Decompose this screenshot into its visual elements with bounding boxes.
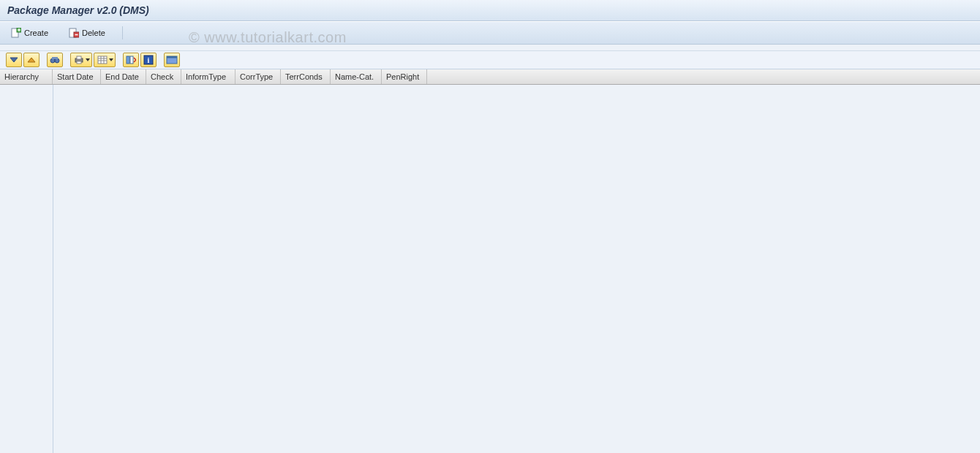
- col-hierarchy[interactable]: Hierarchy: [0, 69, 53, 84]
- binoculars-icon: [50, 55, 60, 65]
- col-end-date[interactable]: End Date: [101, 69, 146, 84]
- application-toolbar: Create Delete: [0, 21, 980, 45]
- alv-toolbar: i: [0, 51, 980, 69]
- title-bar: Package Manager v2.0 (DMS): [0, 0, 980, 21]
- fullscreen-icon: [166, 56, 178, 64]
- collapse-all-icon: [26, 56, 37, 64]
- hierarchy-pane[interactable]: [0, 85, 53, 453]
- col-start-date[interactable]: Start Date: [53, 69, 101, 84]
- layout-button[interactable]: [94, 53, 116, 67]
- info-icon: i: [143, 55, 154, 65]
- find-button[interactable]: [47, 53, 63, 67]
- svg-rect-16: [130, 56, 133, 64]
- col-corrtype[interactable]: CorrType: [235, 69, 281, 84]
- dropdown-caret-icon: [109, 58, 113, 61]
- content-area: [0, 85, 980, 453]
- window-title: Package Manager v2.0 (DMS): [7, 4, 149, 16]
- expand-all-icon: [9, 56, 19, 64]
- fullscreen-button[interactable]: [164, 53, 180, 67]
- delete-button[interactable]: Delete: [64, 26, 110, 40]
- create-icon: [11, 28, 21, 38]
- col-penright[interactable]: PenRight: [382, 69, 427, 84]
- separator: [122, 26, 123, 39]
- svg-rect-10: [98, 56, 107, 64]
- grid-pane[interactable]: [53, 85, 980, 453]
- create-label: Create: [24, 28, 48, 37]
- svg-rect-8: [77, 56, 81, 59]
- col-informtype[interactable]: InformType: [181, 69, 235, 84]
- column-headers: Hierarchy Start Date End Date Check Info…: [0, 69, 980, 85]
- col-terrconds[interactable]: TerrConds: [281, 69, 331, 84]
- layout-icon: [97, 56, 108, 64]
- spacer: [0, 45, 980, 51]
- svg-rect-6: [52, 57, 58, 59]
- delete-label: Delete: [82, 28, 105, 37]
- info-button[interactable]: i: [140, 53, 157, 67]
- expand-all-button[interactable]: [6, 53, 22, 67]
- print-icon: [74, 56, 84, 64]
- delete-icon: [69, 28, 79, 38]
- svg-rect-9: [77, 61, 81, 64]
- col-name-cat[interactable]: Name-Cat.: [331, 69, 382, 84]
- column-config-button[interactable]: [123, 53, 139, 67]
- col-check[interactable]: Check: [146, 69, 181, 84]
- svg-rect-20: [167, 56, 177, 58]
- collapse-all-button[interactable]: [23, 53, 39, 67]
- svg-text:i: i: [148, 56, 150, 64]
- dropdown-caret-icon: [86, 58, 90, 61]
- columns-icon: [126, 56, 136, 64]
- svg-rect-15: [127, 56, 129, 64]
- create-button[interactable]: Create: [6, 26, 53, 40]
- app-root: Package Manager v2.0 (DMS) Create Delete: [0, 0, 980, 453]
- print-button[interactable]: [70, 53, 92, 67]
- col-filler: [427, 69, 980, 84]
